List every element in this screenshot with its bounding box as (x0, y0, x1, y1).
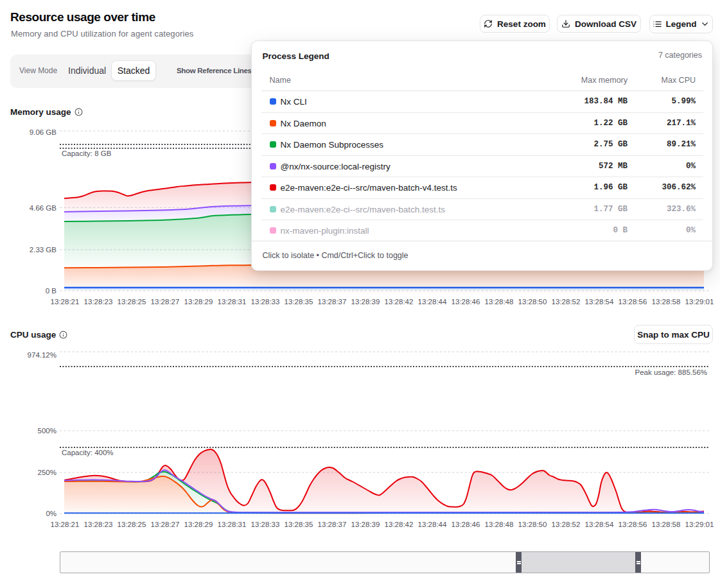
svg-text:13:29:01: 13:29:01 (685, 298, 714, 306)
svg-text:250%: 250% (38, 469, 57, 476)
svg-text:500%: 500% (38, 427, 57, 435)
svg-text:13:28:37: 13:28:37 (318, 521, 347, 528)
svg-text:13:28:25: 13:28:25 (118, 521, 146, 528)
svg-text:Peak usage: 885.56%: Peak usage: 885.56% (635, 368, 707, 376)
svg-text:974.12%: 974.12% (28, 351, 57, 359)
svg-text:13:28:50: 13:28:50 (518, 521, 547, 528)
svg-text:13:28:56: 13:28:56 (619, 298, 647, 306)
svg-text:13:28:33: 13:28:33 (251, 521, 280, 528)
svg-text:13:28:31: 13:28:31 (218, 298, 247, 306)
svg-text:13:28:56: 13:28:56 (619, 521, 647, 528)
svg-text:13:28:42: 13:28:42 (385, 521, 414, 528)
svg-text:13:28:54: 13:28:54 (585, 521, 614, 528)
svg-text:13:28:27: 13:28:27 (151, 298, 180, 306)
svg-text:13:28:58: 13:28:58 (652, 298, 681, 306)
svg-text:13:28:31: 13:28:31 (218, 521, 247, 528)
svg-text:13:28:46: 13:28:46 (452, 521, 480, 528)
svg-text:13:28:29: 13:28:29 (184, 521, 213, 528)
svg-text:0%: 0% (46, 510, 57, 517)
svg-text:0 B: 0 B (46, 287, 57, 295)
svg-text:13:28:35: 13:28:35 (285, 521, 313, 528)
svg-text:13:28:50: 13:28:50 (518, 298, 547, 306)
svg-text:13:28:23: 13:28:23 (84, 298, 113, 306)
svg-text:13:28:39: 13:28:39 (351, 298, 380, 306)
svg-text:13:28:21: 13:28:21 (51, 298, 80, 306)
svg-text:Capacity: 8 GB: Capacity: 8 GB (62, 150, 112, 157)
svg-text:13:28:46: 13:28:46 (452, 298, 480, 306)
svg-text:2.33 GB: 2.33 GB (30, 246, 57, 254)
svg-text:13:28:33: 13:28:33 (251, 298, 280, 306)
svg-text:13:28:44: 13:28:44 (418, 298, 447, 306)
svg-text:13:28:58: 13:28:58 (652, 521, 681, 528)
svg-text:13:28:42: 13:28:42 (385, 298, 414, 306)
svg-text:13:28:21: 13:28:21 (51, 521, 80, 528)
svg-text:13:28:48: 13:28:48 (485, 521, 514, 528)
svg-text:13:28:44: 13:28:44 (418, 521, 447, 528)
svg-text:4.66 GB: 4.66 GB (30, 204, 57, 212)
svg-text:9.06 GB: 9.06 GB (30, 128, 57, 136)
svg-text:13:28:25: 13:28:25 (118, 298, 146, 306)
svg-text:13:28:35: 13:28:35 (285, 298, 313, 306)
svg-text:13:28:48: 13:28:48 (485, 298, 514, 306)
svg-text:13:29:01: 13:29:01 (685, 521, 714, 528)
svg-text:13:28:37: 13:28:37 (318, 298, 347, 306)
svg-text:13:28:29: 13:28:29 (184, 298, 213, 306)
svg-text:13:28:52: 13:28:52 (552, 298, 581, 306)
svg-text:13:28:39: 13:28:39 (351, 521, 380, 528)
svg-text:Capacity: 400%: Capacity: 400% (62, 449, 114, 456)
svg-text:13:28:54: 13:28:54 (585, 298, 614, 306)
svg-text:13:28:27: 13:28:27 (151, 521, 180, 528)
svg-text:13:28:23: 13:28:23 (84, 521, 113, 528)
svg-text:13:28:52: 13:28:52 (552, 521, 581, 528)
